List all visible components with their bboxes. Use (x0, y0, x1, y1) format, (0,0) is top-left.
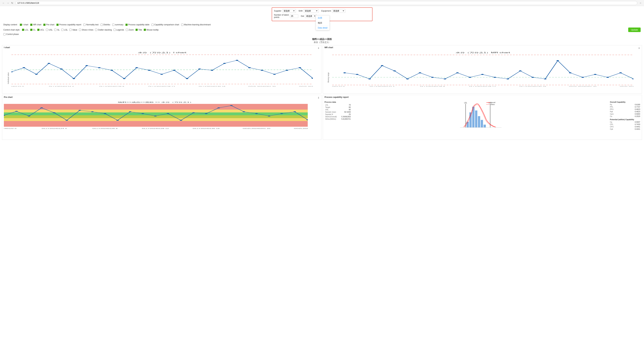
cb-cap-table-input[interactable] (126, 24, 128, 26)
pre-dot-12 (154, 116, 157, 116)
cb-usl-input[interactable] (46, 29, 48, 31)
update-button[interactable]: Update (628, 27, 641, 32)
control-style-label: Control chart style (3, 29, 20, 31)
pre-dot-13 (166, 113, 169, 114)
stat-ppu-name: PPU (610, 108, 614, 110)
number-input[interactable] (290, 14, 298, 18)
cap-dist-svg: LSL USL (353, 101, 608, 131)
cb-pre-chart-input[interactable] (43, 24, 46, 26)
cb-mr-chart-input[interactable] (30, 24, 32, 26)
cb-show-lines-input[interactable] (79, 29, 81, 31)
cb-ml-input[interactable] (181, 24, 184, 26)
forward-button[interactable]: → (6, 1, 10, 5)
shift-select[interactable]: 请选择 (304, 9, 319, 13)
equipment-select[interactable]: 请选择 (332, 9, 346, 13)
cb-lcl-input[interactable] (22, 29, 24, 31)
pre-dot-3 (40, 107, 43, 108)
mr-chart-title: MR chart (323, 45, 642, 50)
mr-dot-10 (468, 77, 471, 78)
pre-chart-download[interactable]: ⇓ (318, 96, 320, 99)
cb-process-cap-input[interactable] (56, 24, 58, 26)
cb-control-phase: Control phase (3, 33, 641, 35)
cb-outlier-input[interactable] (95, 29, 97, 31)
cap-stdev-within-value: 5.61465721 (339, 118, 351, 120)
cb-control-phase-input[interactable] (3, 33, 6, 35)
stat-cp: Cp 0.5937 (610, 121, 640, 123)
mr-dot-12 (494, 77, 496, 78)
i-chart-dot-2 (35, 74, 38, 75)
cb-zoom: Zoom (126, 29, 134, 31)
i-chart-panel: I chart ⇓ Individual value 水分（万分之1）I cha… (2, 45, 322, 93)
i-chart-dot-19 (248, 67, 251, 68)
cb-tooltip-input[interactable] (144, 29, 146, 31)
overall-cap-title: Overall Capability (610, 101, 640, 103)
i-chart-download[interactable]: ⇓ (318, 47, 320, 49)
stat-pp-name: Pp (610, 103, 612, 106)
cb-title-input[interactable] (136, 29, 138, 31)
stat-ca-val: 0.2520 (635, 115, 640, 117)
cb-distrib-input[interactable] (100, 24, 103, 26)
pre-chart-svg: 物料>>成品>>面粉 >> 水分（万分之1） (4, 101, 308, 130)
number-group: Number of latestpoints (274, 14, 298, 18)
mr-xlabel-1: DLLY20240124 4 (370, 86, 394, 87)
cb-cl-input[interactable] (30, 29, 32, 31)
mr-chart-download[interactable]: ⇓ (638, 47, 640, 49)
stat-ca-name: Ca (610, 115, 612, 117)
cb-normality-input[interactable] (83, 24, 86, 26)
supplier-select[interactable]: 请选择 (282, 9, 296, 13)
mr-dot-7 (431, 77, 434, 78)
cb-lsl-input[interactable] (61, 29, 64, 31)
bottom-charts-grid: Pre chart ⇓ 物料>>成品>>面粉 >> 水分（万分之1） (0, 94, 644, 142)
bookmark-button[interactable]: ☆ (639, 1, 642, 5)
i-chart-inner-title: 水分（万分之1）I chart (138, 52, 186, 54)
hist-bar-4 (478, 116, 480, 128)
cb-distrib: Distribu (100, 23, 110, 26)
cb-cap-table-label: Process capability table (128, 23, 150, 26)
cb-summary: summary (112, 23, 123, 26)
cap-n-label: Sample N (324, 113, 340, 115)
cb-legends-label: Legends (116, 29, 124, 31)
date-select[interactable]: 请选择 (305, 14, 317, 18)
i-chart-xlabel-6: GDZL20240203 24 (299, 86, 313, 87)
cb-value-input[interactable] (69, 29, 72, 31)
cb-sl-input[interactable] (54, 29, 56, 31)
pre-dot-11 (142, 113, 144, 114)
pre-xlabel-3: DLLY20240128 12 (142, 128, 169, 129)
potential-cap-title: Potential (within) Capability (610, 118, 640, 120)
cb-lsl-label: LSL (64, 29, 68, 31)
cb-i-chart-input[interactable] (20, 24, 22, 26)
url-bar[interactable] (16, 1, 637, 5)
cb-title-label: Title (138, 29, 142, 31)
pre-chart-title: Pre chart (2, 95, 321, 99)
stat-cpm: Cpm 0.5693 (610, 113, 640, 115)
cap-lsl-axis-label: LSL (464, 102, 467, 104)
cb-process-cap-label: Process capability report (59, 23, 81, 26)
stat-cp-name: Cp (610, 121, 612, 123)
i-chart-dot-16 (211, 70, 213, 71)
mr-dot-21 (606, 77, 609, 78)
cb-legends-input[interactable] (114, 29, 116, 31)
stat-cp-val: 0.5937 (635, 121, 640, 123)
refresh-button[interactable]: ↻ (10, 1, 14, 5)
cb-summary-label: summary (115, 23, 123, 26)
mr-xlabel-5: GDZL20240201 20 (569, 86, 596, 87)
mr-xlabel-4: DLLY20240130 16 (520, 86, 546, 87)
dropdown-item-wanban[interactable]: 晚班 (316, 20, 330, 25)
cb-normality: Normality test (83, 23, 98, 26)
dropdown-data-detail[interactable]: Data detail (316, 26, 330, 30)
cb-zoom-input[interactable] (126, 29, 128, 31)
cb-cap-compare-input[interactable] (152, 24, 154, 26)
cap-legend-within-text: Within (490, 104, 495, 105)
pre-dot-18 (230, 105, 233, 106)
date-group: Dat 请选择 (301, 14, 317, 18)
dropdown-item-baiban[interactable]: 白班 (316, 15, 330, 20)
mr-dot-4 (393, 70, 396, 71)
i-chart-dot-9 (123, 78, 126, 79)
cap-row-stdev-overall: StDev(Overall) 5.39382363 (324, 115, 352, 118)
back-button[interactable]: ← (2, 1, 5, 5)
cb-pre-chart-label: Pre chart (46, 23, 54, 26)
cb-summary-input[interactable] (112, 24, 114, 26)
cb-ucl-input[interactable] (37, 29, 40, 31)
mr-chart-inner-title: 水分（万分之1）MR chart (456, 52, 510, 54)
i-chart-dot-15 (198, 68, 201, 69)
